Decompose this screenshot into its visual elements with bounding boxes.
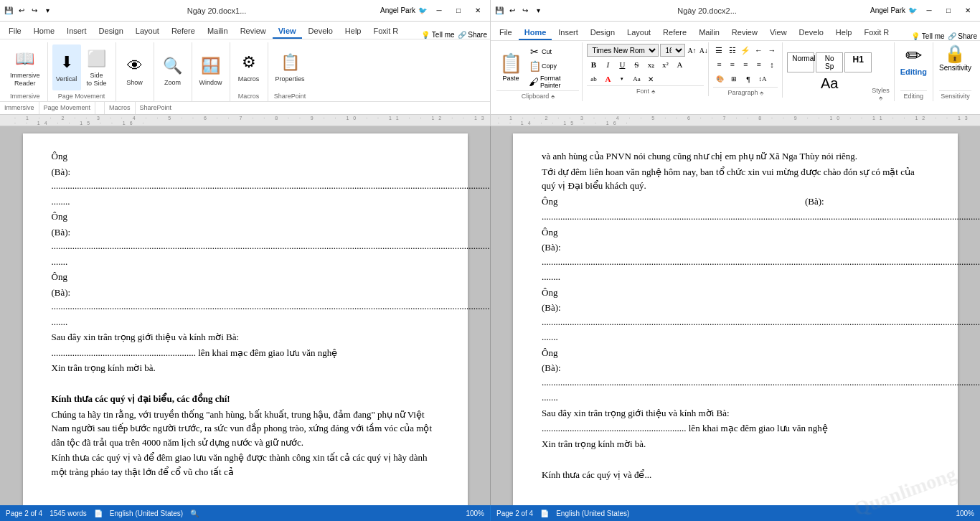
font-name-select[interactable]: Times New Roman <box>587 44 659 57</box>
font-color-arrow-btn[interactable]: ▾ <box>616 72 628 85</box>
properties-btn[interactable]: 📋 Properties <box>273 44 308 90</box>
font-color-btn[interactable]: A <box>601 72 614 85</box>
right-maximize-btn[interactable]: □ <box>939 4 958 18</box>
right-tab-mailings[interactable]: Mailin <box>693 26 725 40</box>
left-minimize-btn[interactable]: ─ <box>430 4 448 18</box>
left-doc-area[interactable]: Ông (Bà): ..............................… <box>0 126 490 505</box>
left-tab-view[interactable]: View <box>273 24 302 39</box>
left-tab-layout[interactable]: Layout <box>130 24 165 39</box>
left-tab-home[interactable]: Home <box>28 24 60 39</box>
style-no-spacing-btn[interactable]: No Sp <box>816 52 843 72</box>
right-tab-developer[interactable]: Develo <box>793 26 829 40</box>
macros-btn[interactable]: ⚙ Macros <box>235 44 263 90</box>
right-tab-view[interactable]: View <box>764 26 793 40</box>
sensitivity-label[interactable]: Sensitivity <box>939 64 971 72</box>
highlight-color-btn[interactable]: ab <box>587 72 600 85</box>
right-more-tb-icon[interactable]: ▾ <box>532 5 544 17</box>
subscript-btn[interactable]: x₂ <box>644 58 657 71</box>
multilevel-btn[interactable]: ⚡ <box>740 44 751 57</box>
right-tab-home[interactable]: Home <box>519 26 552 40</box>
left-maximize-btn[interactable]: □ <box>449 4 468 18</box>
left-tab-developer[interactable]: Develo <box>303 24 339 39</box>
font-expand-icon[interactable]: ⬘ <box>651 89 655 94</box>
redo-icon[interactable]: ↪ <box>29 5 40 17</box>
right-tab-file[interactable]: File <box>494 26 518 40</box>
styles-expand-icon[interactable]: ⬘ <box>879 95 882 100</box>
right-tab-review[interactable]: Review <box>726 26 763 40</box>
clear-format-btn[interactable]: ✕ <box>644 72 657 85</box>
left-share[interactable]: 🔗 Share <box>458 31 487 39</box>
left-immersive-group: 📖 ImmersiveReader Immersive <box>4 42 48 101</box>
align-center-btn[interactable]: ≡ <box>727 58 738 71</box>
text-effects-btn[interactable]: A <box>673 58 686 71</box>
numbering-btn[interactable]: ☷ <box>727 44 738 57</box>
left-tell-me[interactable]: 💡 Tell me <box>421 31 454 39</box>
left-page[interactable]: Ông (Bà): ..............................… <box>23 133 468 505</box>
decrease-indent-btn[interactable]: ← <box>753 44 764 57</box>
bullets-btn[interactable]: ☰ <box>713 44 725 57</box>
editing-label[interactable]: Editing <box>900 67 927 76</box>
left-tab-mailings[interactable]: Mailin <box>202 24 234 39</box>
copy-btn[interactable]: 📋 Copy <box>527 60 579 72</box>
right-save-icon[interactable]: 💾 <box>494 5 505 17</box>
font-size-aa-btn[interactable]: Aa <box>630 72 643 85</box>
cut-btn[interactable]: ✂ Cut <box>527 45 579 58</box>
left-tab-review[interactable]: Review <box>235 24 272 39</box>
shrink-font-btn[interactable]: A↓ <box>699 44 709 57</box>
shading-btn[interactable]: 🎨 <box>713 72 726 85</box>
paste-btn[interactable]: 📋 Paste <box>496 51 525 83</box>
align-right-btn[interactable]: ≡ <box>740 58 751 71</box>
borders-btn[interactable]: ⊞ <box>727 72 740 85</box>
right-tab-insert[interactable]: Insert <box>552 26 584 40</box>
right-tell-me[interactable]: 💡 Tell me <box>911 32 944 40</box>
line-spacing-btn[interactable]: ↕ <box>766 58 778 71</box>
show-para-btn[interactable]: ¶ <box>742 72 755 85</box>
side-to-side-btn[interactable]: ⬜ Sideto Side <box>83 44 111 90</box>
undo-icon[interactable]: ↩ <box>16 5 27 17</box>
para-expand-icon[interactable]: ⬘ <box>760 90 763 95</box>
left-tab-help[interactable]: Help <box>339 24 367 39</box>
underline-btn[interactable]: U <box>616 58 628 71</box>
superscript-btn[interactable]: x² <box>659 58 672 71</box>
vertical-btn[interactable]: ⬇ Vertical <box>52 44 81 90</box>
zoom-btn[interactable]: 🔍 Zoom <box>159 48 187 94</box>
style-normal-btn[interactable]: Normal <box>787 52 814 72</box>
window-btn[interactable]: 🪟 Window <box>197 48 225 94</box>
grow-font-btn[interactable]: A↑ <box>687 44 697 57</box>
align-left-btn[interactable]: ≡ <box>713 58 725 71</box>
bold-btn[interactable]: B <box>587 58 600 71</box>
style-heading1-btn[interactable]: H1 <box>844 52 872 72</box>
justify-btn[interactable]: ≡ <box>753 58 764 71</box>
clipboard-expand-icon[interactable]: ⬘ <box>551 94 555 99</box>
sort-btn[interactable]: ↕A <box>756 72 769 85</box>
right-tab-references[interactable]: Refere <box>657 26 692 40</box>
right-close-btn[interactable]: ✕ <box>958 4 977 18</box>
immersive-reader-btn[interactable]: 📖 ImmersiveReader <box>7 44 43 90</box>
left-tab-references[interactable]: Refere <box>166 24 201 39</box>
left-tab-design[interactable]: Design <box>93 24 129 39</box>
left-line-6: ....... <box>52 255 439 269</box>
left-tab-file[interactable]: File <box>3 24 27 39</box>
font-size-select[interactable]: 16 <box>660 44 685 57</box>
right-tab-help[interactable]: Help <box>830 26 858 40</box>
right-undo-icon[interactable]: ↩ <box>507 5 518 17</box>
increase-indent-btn[interactable]: → <box>766 44 778 57</box>
right-tab-foxit[interactable]: Foxit R <box>858 26 895 40</box>
left-close-btn[interactable]: ✕ <box>468 4 487 18</box>
strikethrough-btn[interactable]: S <box>630 58 643 71</box>
right-tab-design[interactable]: Design <box>585 26 621 40</box>
left-tab-insert[interactable]: Insert <box>61 24 93 39</box>
right-share[interactable]: 🔗 Share <box>948 32 977 40</box>
left-tab-foxit[interactable]: Foxit R <box>367 24 404 39</box>
right-page[interactable]: và anh hùng của PNVN nói chung cũng như … <box>513 133 958 505</box>
right-minimize-btn[interactable]: ─ <box>920 4 938 18</box>
styles-btn[interactable]: Aa <box>821 75 838 92</box>
italic-btn[interactable]: I <box>601 58 614 71</box>
more-tb-icon[interactable]: ▾ <box>42 5 53 17</box>
right-redo-icon[interactable]: ↪ <box>519 5 531 17</box>
right-doc-area[interactable]: và anh hùng của PNVN nói chung cũng như … <box>490 126 980 505</box>
save-icon[interactable]: 💾 <box>3 5 14 17</box>
format-painter-btn[interactable]: 🖌 Format Painter <box>527 74 579 90</box>
right-tab-layout[interactable]: Layout <box>621 26 656 40</box>
show-btn[interactable]: 👁 Show <box>121 48 149 94</box>
